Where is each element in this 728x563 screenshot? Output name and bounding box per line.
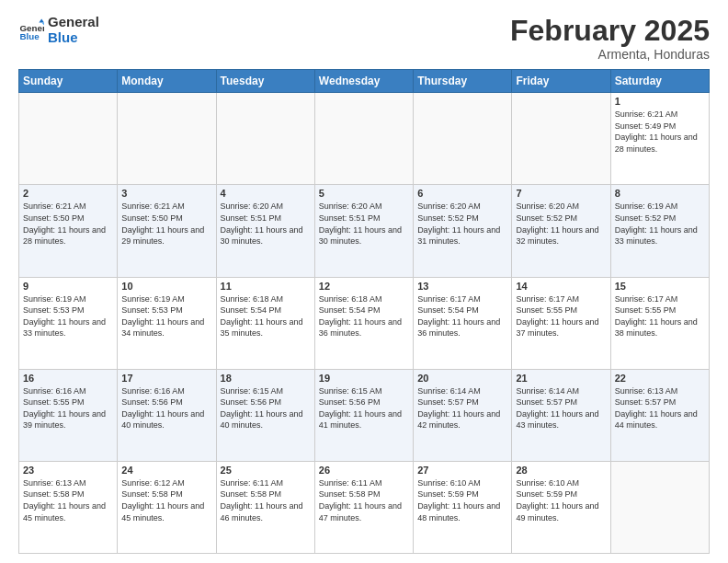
day-number: 28 xyxy=(516,465,606,476)
day-cell: 16Sunrise: 6:16 AM Sunset: 5:55 PM Dayli… xyxy=(19,369,118,461)
weekday-saturday: Saturday xyxy=(610,70,709,93)
day-info: Sunrise: 6:15 AM Sunset: 5:56 PM Dayligh… xyxy=(221,385,311,431)
day-cell: 22Sunrise: 6:13 AM Sunset: 5:57 PM Dayli… xyxy=(610,369,709,461)
day-info: Sunrise: 6:19 AM Sunset: 5:53 PM Dayligh… xyxy=(23,293,113,339)
logo-icon: General Blue xyxy=(18,17,44,43)
day-cell: 11Sunrise: 6:18 AM Sunset: 5:54 PM Dayli… xyxy=(216,277,314,369)
day-number: 17 xyxy=(121,373,211,384)
day-cell: 13Sunrise: 6:17 AM Sunset: 5:54 PM Dayli… xyxy=(414,277,512,369)
day-cell xyxy=(19,93,118,185)
day-info: Sunrise: 6:20 AM Sunset: 5:52 PM Dayligh… xyxy=(417,201,507,247)
weekday-tuesday: Tuesday xyxy=(216,70,314,93)
day-number: 16 xyxy=(23,373,113,384)
day-info: Sunrise: 6:10 AM Sunset: 5:59 PM Dayligh… xyxy=(417,477,507,523)
weekday-sunday: Sunday xyxy=(19,70,118,93)
day-number: 20 xyxy=(417,373,507,384)
day-cell xyxy=(118,93,216,185)
day-info: Sunrise: 6:17 AM Sunset: 5:55 PM Dayligh… xyxy=(516,293,606,339)
day-cell xyxy=(216,93,314,185)
day-cell xyxy=(610,461,709,553)
day-cell: 6Sunrise: 6:20 AM Sunset: 5:52 PM Daylig… xyxy=(414,185,512,277)
day-cell: 5Sunrise: 6:20 AM Sunset: 5:51 PM Daylig… xyxy=(314,185,413,277)
weekday-wednesday: Wednesday xyxy=(314,70,413,93)
weekday-monday: Monday xyxy=(118,70,216,93)
day-number: 26 xyxy=(319,465,409,476)
day-number: 22 xyxy=(615,373,705,384)
logo-blue: Blue xyxy=(48,30,99,46)
weekday-thursday: Thursday xyxy=(414,70,512,93)
day-info: Sunrise: 6:16 AM Sunset: 5:55 PM Dayligh… xyxy=(23,385,113,431)
day-cell xyxy=(314,93,413,185)
day-info: Sunrise: 6:20 AM Sunset: 5:52 PM Dayligh… xyxy=(516,201,606,247)
month-title: February 2025 xyxy=(510,15,710,47)
day-cell: 10Sunrise: 6:19 AM Sunset: 5:53 PM Dayli… xyxy=(118,277,216,369)
day-number: 14 xyxy=(516,281,606,292)
day-cell: 9Sunrise: 6:19 AM Sunset: 5:53 PM Daylig… xyxy=(19,277,118,369)
day-cell xyxy=(414,93,512,185)
day-number: 6 xyxy=(417,188,507,199)
day-cell: 1Sunrise: 6:21 AM Sunset: 5:49 PM Daylig… xyxy=(610,93,709,185)
day-info: Sunrise: 6:21 AM Sunset: 5:50 PM Dayligh… xyxy=(121,201,211,247)
weekday-header-row: SundayMondayTuesdayWednesdayThursdayFrid… xyxy=(19,70,710,93)
calendar-table: SundayMondayTuesdayWednesdayThursdayFrid… xyxy=(18,69,710,554)
week-row-2: 2Sunrise: 6:21 AM Sunset: 5:50 PM Daylig… xyxy=(19,185,710,277)
day-info: Sunrise: 6:11 AM Sunset: 5:58 PM Dayligh… xyxy=(319,477,409,523)
day-cell: 20Sunrise: 6:14 AM Sunset: 5:57 PM Dayli… xyxy=(414,369,512,461)
day-number: 4 xyxy=(221,188,311,199)
day-number: 18 xyxy=(221,373,311,384)
day-cell: 2Sunrise: 6:21 AM Sunset: 5:50 PM Daylig… xyxy=(19,185,118,277)
day-info: Sunrise: 6:14 AM Sunset: 5:57 PM Dayligh… xyxy=(516,385,606,431)
day-info: Sunrise: 6:14 AM Sunset: 5:57 PM Dayligh… xyxy=(417,385,507,431)
day-info: Sunrise: 6:17 AM Sunset: 5:55 PM Dayligh… xyxy=(615,293,705,339)
day-number: 12 xyxy=(319,281,409,292)
weekday-friday: Friday xyxy=(512,70,610,93)
day-number: 1 xyxy=(615,96,705,107)
day-info: Sunrise: 6:16 AM Sunset: 5:56 PM Dayligh… xyxy=(121,385,211,431)
day-info: Sunrise: 6:10 AM Sunset: 5:59 PM Dayligh… xyxy=(516,477,606,523)
day-info: Sunrise: 6:21 AM Sunset: 5:49 PM Dayligh… xyxy=(615,109,705,155)
day-info: Sunrise: 6:12 AM Sunset: 5:58 PM Dayligh… xyxy=(121,477,211,523)
day-info: Sunrise: 6:18 AM Sunset: 5:54 PM Dayligh… xyxy=(319,293,409,339)
day-cell xyxy=(512,93,610,185)
day-number: 7 xyxy=(516,188,606,199)
day-info: Sunrise: 6:18 AM Sunset: 5:54 PM Dayligh… xyxy=(221,293,311,339)
day-info: Sunrise: 6:11 AM Sunset: 5:58 PM Dayligh… xyxy=(221,477,311,523)
week-row-5: 23Sunrise: 6:13 AM Sunset: 5:58 PM Dayli… xyxy=(19,461,710,553)
day-number: 10 xyxy=(121,281,211,292)
day-number: 2 xyxy=(23,188,113,199)
day-cell: 17Sunrise: 6:16 AM Sunset: 5:56 PM Dayli… xyxy=(118,369,216,461)
day-number: 8 xyxy=(615,188,705,199)
week-row-1: 1Sunrise: 6:21 AM Sunset: 5:49 PM Daylig… xyxy=(19,93,710,185)
day-number: 3 xyxy=(121,188,211,199)
day-info: Sunrise: 6:19 AM Sunset: 5:53 PM Dayligh… xyxy=(121,293,211,339)
day-number: 21 xyxy=(516,373,606,384)
day-info: Sunrise: 6:20 AM Sunset: 5:51 PM Dayligh… xyxy=(221,201,311,247)
day-number: 23 xyxy=(23,465,113,476)
day-number: 27 xyxy=(417,465,507,476)
day-number: 24 xyxy=(121,465,211,476)
logo-general: General xyxy=(48,15,99,30)
day-number: 15 xyxy=(615,281,705,292)
day-cell: 8Sunrise: 6:19 AM Sunset: 5:52 PM Daylig… xyxy=(610,185,709,277)
day-number: 5 xyxy=(319,188,409,199)
week-row-3: 9Sunrise: 6:19 AM Sunset: 5:53 PM Daylig… xyxy=(19,277,710,369)
day-number: 25 xyxy=(221,465,311,476)
day-cell: 28Sunrise: 6:10 AM Sunset: 5:59 PM Dayli… xyxy=(512,461,610,553)
day-info: Sunrise: 6:21 AM Sunset: 5:50 PM Dayligh… xyxy=(23,201,113,247)
day-info: Sunrise: 6:17 AM Sunset: 5:54 PM Dayligh… xyxy=(417,293,507,339)
day-cell: 14Sunrise: 6:17 AM Sunset: 5:55 PM Dayli… xyxy=(512,277,610,369)
day-number: 19 xyxy=(319,373,409,384)
day-cell: 25Sunrise: 6:11 AM Sunset: 5:58 PM Dayli… xyxy=(216,461,314,553)
day-cell: 18Sunrise: 6:15 AM Sunset: 5:56 PM Dayli… xyxy=(216,369,314,461)
day-cell: 15Sunrise: 6:17 AM Sunset: 5:55 PM Dayli… xyxy=(610,277,709,369)
day-cell: 24Sunrise: 6:12 AM Sunset: 5:58 PM Dayli… xyxy=(118,461,216,553)
day-cell: 3Sunrise: 6:21 AM Sunset: 5:50 PM Daylig… xyxy=(118,185,216,277)
svg-text:Blue: Blue xyxy=(19,30,40,40)
day-number: 9 xyxy=(23,281,113,292)
day-info: Sunrise: 6:13 AM Sunset: 5:57 PM Dayligh… xyxy=(615,385,705,431)
svg-marker-2 xyxy=(39,18,44,22)
day-cell: 12Sunrise: 6:18 AM Sunset: 5:54 PM Dayli… xyxy=(314,277,413,369)
week-row-4: 16Sunrise: 6:16 AM Sunset: 5:55 PM Dayli… xyxy=(19,369,710,461)
day-info: Sunrise: 6:13 AM Sunset: 5:58 PM Dayligh… xyxy=(23,477,113,523)
day-cell: 19Sunrise: 6:15 AM Sunset: 5:56 PM Dayli… xyxy=(314,369,413,461)
